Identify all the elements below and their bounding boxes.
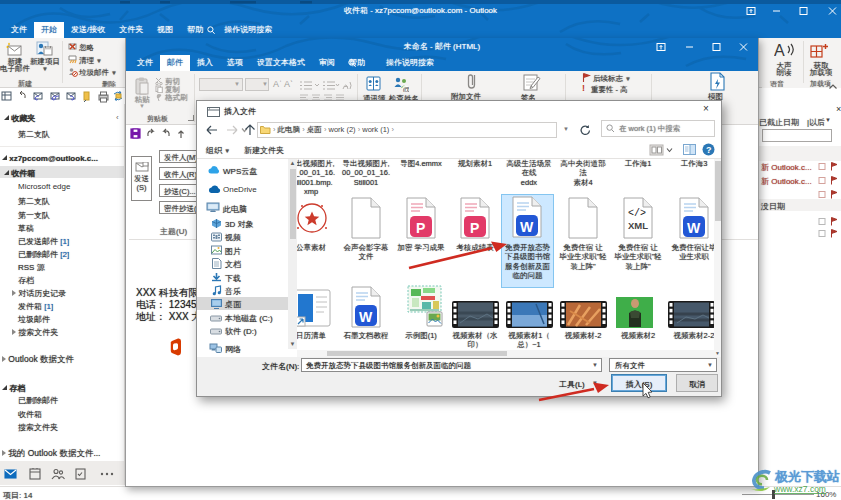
svg-text:www.xz7.com: www.xz7.com — [773, 484, 826, 494]
svg-text:极光下载站: 极光下载站 — [774, 469, 840, 484]
